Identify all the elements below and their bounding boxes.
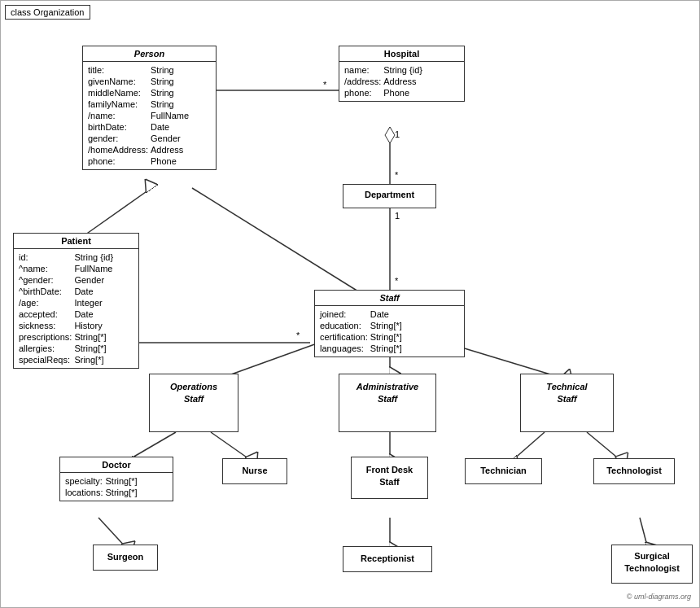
table-row: certification:String[*] [320, 331, 405, 343]
class-patient: Patient id:String {id} ^name:FullName ^g… [13, 233, 139, 369]
svg-line-21 [587, 432, 621, 461]
class-front-desk-staff: Front DeskStaff [351, 457, 428, 499]
table-row: givenName:String [88, 76, 191, 87]
class-administrative-staff-header: AdministrativeStaff [339, 374, 435, 413]
svg-text:*: * [395, 276, 399, 286]
class-technologist: Technologist [593, 458, 675, 484]
class-person-body: title:String givenName:String middleName… [83, 62, 216, 169]
class-staff-body: joined:Date education:String[*] certific… [315, 306, 464, 356]
svg-line-5 [82, 188, 151, 237]
svg-line-18 [211, 432, 252, 461]
svg-text:*: * [395, 170, 399, 180]
class-surgical-technologist: SurgicalTechnologist [611, 545, 693, 584]
class-department: Department [343, 184, 436, 208]
class-patient-header: Patient [14, 234, 138, 249]
class-front-desk-staff-header: Front DeskStaff [352, 457, 427, 496]
class-patient-body: id:String {id} ^name:FullName ^gender:Ge… [14, 249, 138, 368]
class-nurse-header: Nurse [223, 459, 287, 482]
table-row: familyName:String [88, 98, 191, 110]
table-row: id:String {id} [19, 252, 116, 263]
table-row: birthDate:Date [88, 121, 191, 133]
table-row: /homeAddress:Address [88, 144, 191, 155]
class-person-header: Person [83, 46, 216, 62]
class-doctor: Doctor specialty:String[*] locations:Str… [59, 457, 173, 501]
table-row: gender:Gender [88, 133, 191, 144]
class-administrative-staff: AdministrativeStaff [339, 374, 436, 432]
svg-text:1: 1 [395, 129, 400, 139]
table-row: sickness:History [19, 320, 116, 331]
class-operations-staff-header: OperationsStaff [150, 374, 238, 413]
class-technical-staff: TechnicalStaff [520, 374, 614, 432]
table-row: middleName:String [88, 87, 191, 98]
class-technical-staff-header: TechnicalStaff [521, 374, 613, 413]
class-technician: Technician [465, 458, 542, 484]
table-row: phone:Phone [88, 155, 191, 167]
table-row: /name:FullName [88, 110, 191, 121]
table-row: name:String {id} [344, 64, 425, 76]
class-doctor-body: specialty:String[*] locations:String[*] [60, 473, 173, 501]
table-row: title:String [88, 64, 191, 76]
table-row: ^birthDate:Date [19, 286, 116, 297]
svg-text:1: 1 [395, 211, 400, 221]
svg-text:*: * [323, 80, 327, 90]
svg-marker-8 [385, 127, 395, 143]
table-row: accepted:Date [19, 308, 116, 320]
table-row: languages:String[*] [320, 343, 405, 354]
copyright: © uml-diagrams.org [627, 593, 691, 601]
diagram-container: class Organization * * 1 * 1 [0, 0, 700, 608]
class-nurse: Nurse [222, 458, 287, 484]
class-receptionist: Receptionist [343, 546, 432, 572]
class-technician-header: Technician [466, 459, 541, 482]
class-technologist-header: Technologist [594, 459, 674, 482]
table-row: phone:Phone [344, 87, 425, 98]
svg-line-20 [512, 432, 545, 461]
table-row: prescriptions:String[*] [19, 331, 116, 343]
class-hospital-body: name:String {id} /address:Address phone:… [339, 62, 464, 101]
class-staff: Staff joined:Date education:String[*] ce… [314, 290, 465, 357]
class-surgical-technologist-header: SurgicalTechnologist [612, 545, 692, 580]
class-person: Person title:String givenName:String mid… [82, 46, 217, 170]
class-department-header: Department [343, 185, 435, 204]
class-receptionist-header: Receptionist [343, 547, 431, 570]
table-row: ^gender:Gender [19, 274, 116, 286]
class-surgeon: Surgeon [93, 545, 158, 571]
table-row: specialty:String[*] [65, 475, 140, 487]
class-doctor-header: Doctor [60, 457, 173, 473]
table-row: allergies:String[*] [19, 343, 116, 354]
diagram-title: class Organization [5, 5, 90, 20]
table-row: locations:String[*] [65, 487, 140, 498]
table-row: education:String[*] [320, 320, 405, 331]
table-row: specialReqs:Sring[*] [19, 354, 116, 365]
class-hospital-header: Hospital [339, 46, 464, 62]
svg-text:*: * [296, 330, 300, 340]
table-row: /age:Integer [19, 297, 116, 308]
class-staff-header: Staff [315, 291, 464, 306]
table-row: ^name:FullName [19, 263, 116, 274]
class-operations-staff: OperationsStaff [149, 374, 238, 432]
class-hospital: Hospital name:String {id} /address:Addre… [339, 46, 465, 102]
class-surgeon-header: Surgeon [94, 545, 157, 568]
table-row: joined:Date [320, 308, 405, 320]
table-row: /address:Address [344, 76, 425, 87]
